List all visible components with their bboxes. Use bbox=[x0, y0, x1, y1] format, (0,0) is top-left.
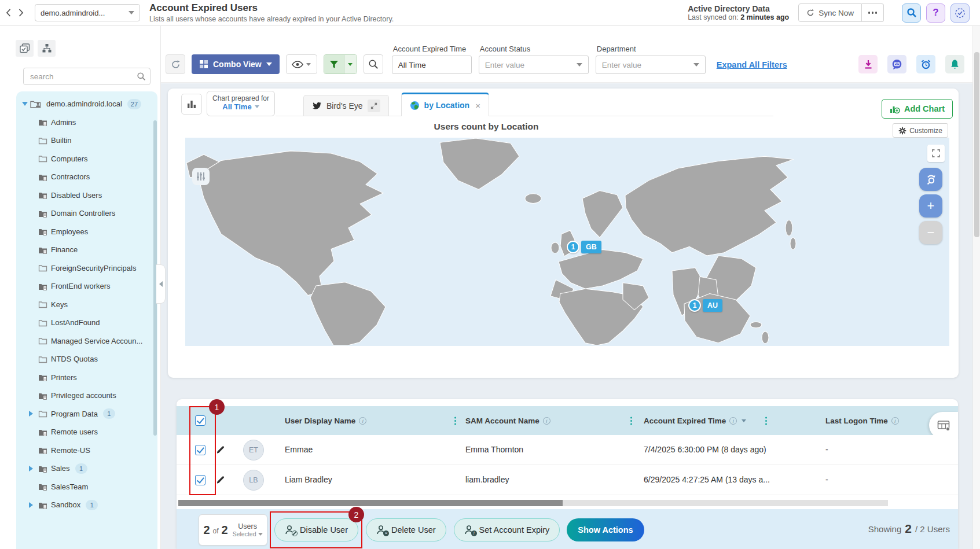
ou-folder-icon bbox=[38, 118, 47, 126]
expand-chart-icon[interactable] bbox=[368, 100, 380, 112]
map-zoom-in-button[interactable]: + bbox=[919, 194, 942, 218]
scrollbar-thumb[interactable] bbox=[178, 500, 563, 506]
more-options-button[interactable] bbox=[862, 3, 884, 22]
tree-item[interactable]: Printers bbox=[16, 369, 157, 387]
refresh-icon bbox=[171, 60, 181, 69]
domain-selector[interactable]: demo.admindroid... bbox=[35, 4, 140, 21]
forward-button[interactable] bbox=[19, 5, 31, 21]
tree-item[interactable]: Disabled Users bbox=[16, 186, 157, 205]
table-search-button[interactable] bbox=[364, 54, 383, 74]
global-search-button[interactable] bbox=[902, 3, 921, 23]
column-header-display-name[interactable]: User Display Name bbox=[285, 417, 366, 425]
multi-select-button[interactable] bbox=[16, 40, 34, 57]
select-all-checkbox[interactable] bbox=[195, 415, 205, 426]
tree-item[interactable]: LostAndFound bbox=[16, 314, 157, 332]
column-menu-icon[interactable] bbox=[765, 420, 767, 422]
sync-now-button[interactable]: Sync Now bbox=[798, 3, 862, 22]
map-marker[interactable]: 1 GB bbox=[567, 241, 601, 253]
edit-row-icon[interactable] bbox=[216, 475, 225, 484]
expand-arrow-icon[interactable] bbox=[29, 411, 33, 417]
column-visibility-button[interactable] bbox=[286, 54, 317, 74]
tasks-status-button[interactable] bbox=[950, 3, 970, 23]
map-zoom-reset-button[interactable] bbox=[919, 168, 942, 191]
tree-item-domain-root[interactable]: demo.admindroid.local 27 bbox=[16, 95, 157, 113]
table-row[interactable]: ET Emmae Emma Thornton 7/4/2025 6:30:00 … bbox=[177, 435, 958, 465]
view-mode-dropdown[interactable]: Combo View bbox=[192, 54, 280, 74]
add-chart-button[interactable]: Add Chart bbox=[882, 99, 953, 119]
expand-arrow-icon[interactable] bbox=[29, 502, 33, 508]
column-menu-icon[interactable] bbox=[630, 420, 632, 422]
tree-item[interactable]: Admins bbox=[16, 113, 157, 132]
export-button[interactable] bbox=[858, 55, 878, 73]
tree-item[interactable]: Finance bbox=[16, 241, 157, 259]
edit-row-icon[interactable] bbox=[216, 445, 225, 454]
tree-item[interactable]: SalesTeam bbox=[16, 478, 157, 496]
collapse-arrow-icon[interactable] bbox=[22, 102, 28, 106]
tree-item[interactable]: FrontEnd workers bbox=[16, 277, 157, 296]
tree-item[interactable]: Domain Controllers bbox=[16, 204, 157, 223]
back-button[interactable] bbox=[6, 5, 19, 21]
chart-tab[interactable]: by Location × bbox=[401, 93, 489, 116]
alarm-clock-icon bbox=[920, 59, 931, 70]
filter-input[interactable]: Enter value bbox=[479, 56, 589, 74]
action-button[interactable]: Disable User bbox=[274, 518, 358, 541]
map-settings-button[interactable] bbox=[192, 168, 210, 185]
world-map-chart[interactable]: 1 GB 1 AU bbox=[185, 138, 949, 346]
chart-tab[interactable]: Bird's Eye × bbox=[303, 95, 389, 116]
tree-item[interactable]: Sandbox 1 bbox=[16, 496, 157, 514]
column-menu-icon[interactable] bbox=[454, 420, 456, 422]
ou-folder-icon bbox=[38, 428, 47, 436]
chart-list-button[interactable] bbox=[181, 94, 202, 115]
map-fullscreen-button[interactable] bbox=[927, 145, 945, 162]
sidebar-collapse-handle[interactable] bbox=[156, 264, 166, 304]
tree-item[interactable]: Sales 1 bbox=[16, 459, 157, 478]
show-actions-button[interactable]: Show Actions bbox=[567, 518, 644, 541]
action-button[interactable]: Delete User bbox=[366, 518, 446, 541]
chart-period-dropdown[interactable]: Chart prepared for All Time bbox=[207, 91, 275, 116]
schedule-button[interactable] bbox=[916, 55, 935, 73]
message-button[interactable] bbox=[887, 55, 906, 73]
ou-folder-icon bbox=[38, 191, 47, 199]
ou-folder-icon bbox=[38, 282, 47, 290]
domain-icon bbox=[30, 100, 41, 108]
row-checkbox[interactable] bbox=[195, 445, 205, 455]
close-tab-icon[interactable]: × bbox=[475, 101, 480, 110]
tree-item[interactable]: Computers bbox=[16, 150, 157, 168]
tree-item[interactable]: Program Data 1 bbox=[16, 405, 157, 423]
map-marker[interactable]: 1 AU bbox=[688, 299, 722, 312]
tree-item[interactable]: Builtin bbox=[16, 131, 157, 150]
refresh-report-button[interactable] bbox=[166, 54, 185, 74]
tree-item[interactable]: Remote users bbox=[16, 423, 157, 441]
column-header-last-logon[interactable]: Last Logon Time bbox=[825, 417, 899, 425]
filter-button[interactable] bbox=[324, 55, 344, 73]
tree-item[interactable]: NTDS Quotas bbox=[16, 350, 157, 369]
filter-dropdown-button[interactable] bbox=[344, 55, 357, 73]
customize-chart-button[interactable]: Customize bbox=[893, 123, 948, 138]
tree-item[interactable]: Remote-US bbox=[16, 441, 157, 460]
page-scrollbar[interactable] bbox=[972, 26, 980, 549]
row-checkbox[interactable] bbox=[195, 475, 205, 485]
tree-item[interactable]: ForeignSecurityPrincipals bbox=[16, 259, 157, 278]
tree-item[interactable]: Privileged accounts bbox=[16, 386, 157, 405]
sidebar-search-input[interactable] bbox=[23, 68, 151, 85]
column-header-sam-account[interactable]: SAM Account Name bbox=[465, 417, 550, 425]
column-header-expired-time[interactable]: Account Expired Time bbox=[644, 417, 746, 425]
action-button[interactable]: Set Account Expiry bbox=[454, 518, 560, 541]
tree-item[interactable]: Contractors bbox=[16, 168, 157, 186]
scrollbar-thumb[interactable] bbox=[974, 52, 979, 237]
table-horizontal-scrollbar[interactable] bbox=[178, 500, 888, 506]
tree-item[interactable]: Managed Service Accoun... bbox=[16, 332, 157, 351]
filter-input[interactable]: Enter value bbox=[596, 56, 706, 74]
expand-arrow-icon[interactable] bbox=[29, 466, 33, 471]
filter-input[interactable]: All Time bbox=[392, 56, 472, 74]
hierarchy-view-button[interactable] bbox=[38, 40, 56, 57]
selected-count-dropdown[interactable]: 2 of 2 Users Selected bbox=[199, 514, 267, 546]
table-row[interactable]: LB Liam Bradley liam.bradley 6/29/2025 4… bbox=[177, 465, 958, 495]
tree-item[interactable]: Employees bbox=[16, 223, 157, 241]
help-button[interactable]: ? bbox=[926, 3, 945, 23]
expand-all-filters-link[interactable]: Expand All Filters bbox=[717, 60, 787, 69]
alerts-button[interactable] bbox=[945, 55, 964, 73]
map-zoom-out-button[interactable]: − bbox=[919, 221, 942, 244]
tree-item[interactable]: Keys bbox=[16, 296, 157, 314]
tree-item-label: demo.admindroid.local bbox=[46, 100, 122, 108]
